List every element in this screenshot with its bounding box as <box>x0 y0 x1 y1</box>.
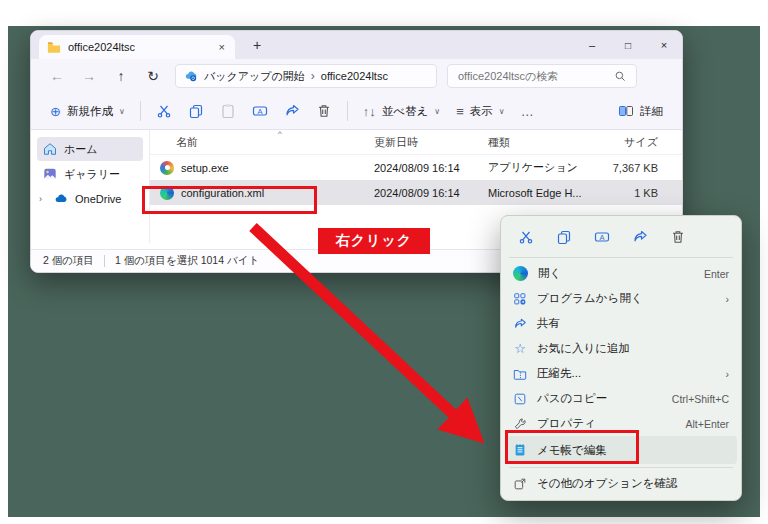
onedrive-icon <box>54 192 68 206</box>
menu-item-compress[interactable]: 圧縮先... › <box>505 361 737 386</box>
star-icon: ☆ <box>513 341 527 356</box>
new-tab-button[interactable]: + <box>246 34 268 56</box>
search-input[interactable] <box>456 69 614 83</box>
paste-icon <box>220 103 236 119</box>
forward-icon[interactable]: → <box>73 68 105 84</box>
annotation-box-edit-notepad <box>505 430 639 464</box>
folder-icon <box>47 40 61 54</box>
file-size: 7,367 KB <box>590 162 658 174</box>
home-icon <box>43 142 57 156</box>
explorer-tab[interactable]: office2024ltsc × <box>39 35 235 59</box>
menu-divider <box>509 467 733 468</box>
maximize-button[interactable]: □ <box>610 31 646 59</box>
up-icon[interactable]: ↑ <box>105 68 137 84</box>
toolbar-divider <box>140 101 141 121</box>
chevron-down-icon: ∨ <box>434 107 440 116</box>
search-box[interactable] <box>447 64 637 88</box>
new-button[interactable]: ⊕ 新規作成 ∨ <box>43 99 132 124</box>
column-headers: ^ 名前 更新日時 種類 サイズ <box>150 130 682 155</box>
column-header-name[interactable]: 名前 <box>150 135 374 150</box>
selection-info: 1 個の項目を選択 1014 バイト <box>115 254 259 268</box>
context-menu-icon-row: A <box>505 220 737 254</box>
menu-shortcut: Ctrl+Shift+C <box>672 393 729 405</box>
rename-button[interactable]: A <box>585 224 619 251</box>
edge-icon <box>513 266 528 281</box>
menu-item-show-more-options[interactable]: その他のオプションを確認 <box>505 471 737 496</box>
paste-button[interactable] <box>213 98 243 124</box>
chevron-down-icon: ∨ <box>119 107 125 116</box>
breadcrumb-segment[interactable]: バックアップの開始 <box>204 69 305 84</box>
delete-button[interactable] <box>309 98 339 124</box>
tab-close-icon[interactable]: × <box>217 41 227 53</box>
menu-item-label: プロパティ <box>537 416 676 431</box>
menu-item-label: 圧縮先... <box>537 366 716 381</box>
file-row-setup[interactable]: setup.exe 2024/08/09 16:14 アプリケーション 7,36… <box>150 155 682 180</box>
cut-button[interactable] <box>149 98 179 124</box>
rename-icon: A <box>594 229 610 245</box>
sidebar-item-label: OneDrive <box>75 193 121 205</box>
column-header-modified[interactable]: 更新日時 <box>374 135 488 150</box>
breadcrumb-segment[interactable]: office2024ltsc <box>321 70 388 82</box>
view-icon: ≡ <box>456 104 464 119</box>
plus-circle-icon: ⊕ <box>50 104 61 119</box>
details-label: 詳細 <box>640 104 663 119</box>
column-header-type[interactable]: 種類 <box>488 135 590 150</box>
rename-button[interactable]: A <box>245 98 275 124</box>
menu-divider <box>509 257 733 258</box>
sidebar-item-label: ホーム <box>64 142 98 157</box>
wrench-icon <box>513 417 527 431</box>
details-pane-icon <box>618 103 634 119</box>
file-name: setup.exe <box>181 162 229 174</box>
breadcrumb[interactable]: バックアップの開始 › office2024ltsc <box>175 64 437 88</box>
expander-chevron-icon[interactable]: › <box>39 194 47 204</box>
gallery-icon <box>43 167 57 181</box>
sidebar-item-gallery[interactable]: ギャラリー <box>37 162 143 186</box>
cut-icon <box>518 229 534 245</box>
open-with-icon <box>513 292 527 306</box>
tab-title: office2024ltsc <box>68 41 210 53</box>
menu-item-label: その他のオプションを確認 <box>537 476 719 491</box>
new-label: 新規作成 <box>67 104 113 119</box>
menu-item-copy-path[interactable]: パスのコピー Ctrl+Shift+C <box>505 386 737 411</box>
share-button[interactable] <box>623 224 657 251</box>
sort-label: 並べ替え <box>382 104 429 119</box>
view-button[interactable]: ≡ 表示 ∨ <box>449 99 511 124</box>
submenu-chevron-icon: › <box>726 368 730 380</box>
back-icon[interactable]: ← <box>41 68 73 84</box>
window-controls: – □ × <box>574 31 682 59</box>
annotation-right-click-label: 右クリック <box>318 228 430 254</box>
cut-button[interactable] <box>509 224 543 251</box>
close-button[interactable]: × <box>646 31 682 59</box>
sidebar-item-onedrive[interactable]: › OneDrive <box>37 187 143 211</box>
file-size: 1 KB <box>590 187 658 199</box>
menu-item-label: 共有 <box>537 316 719 331</box>
minimize-button[interactable]: – <box>574 31 610 59</box>
share-button[interactable] <box>277 98 307 124</box>
copy-button[interactable] <box>181 98 211 124</box>
copy-button[interactable] <box>547 224 581 251</box>
menu-shortcut: Alt+Enter <box>686 418 729 430</box>
menu-item-open-with[interactable]: プログラムから開く › <box>505 286 737 311</box>
search-icon <box>614 69 628 83</box>
refresh-icon[interactable]: ↻ <box>137 68 169 84</box>
menu-shortcut: Enter <box>704 268 729 280</box>
more-icon: … <box>521 104 534 119</box>
submenu-chevron-icon: › <box>726 293 730 305</box>
file-type: アプリケーション <box>488 160 590 175</box>
more-button[interactable]: … <box>514 99 541 124</box>
menu-item-add-favorites[interactable]: ☆ お気に入りに追加 <box>505 336 737 361</box>
setup-exe-icon <box>160 161 174 175</box>
menu-item-open[interactable]: 開く Enter <box>505 261 737 286</box>
details-pane-button[interactable]: 詳細 <box>611 98 670 124</box>
delete-button[interactable] <box>661 224 695 251</box>
copy-icon <box>188 103 204 119</box>
sidebar-item-home[interactable]: ホーム <box>37 137 143 161</box>
sidebar-item-label: ギャラリー <box>64 167 120 182</box>
column-header-size[interactable]: サイズ <box>590 135 658 150</box>
menu-item-label: プログラムから開く <box>537 291 716 306</box>
toolbar-divider <box>347 101 348 121</box>
onedrive-sync-icon <box>184 69 198 83</box>
sort-button[interactable]: ↑↓ 並べ替え ∨ <box>356 99 447 124</box>
sort-ascending-icon: ^ <box>278 129 282 138</box>
menu-item-share[interactable]: 共有 <box>505 311 737 336</box>
